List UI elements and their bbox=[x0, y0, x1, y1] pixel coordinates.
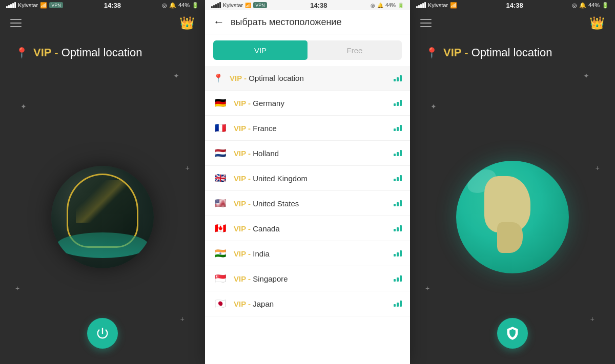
indicator-mid: ◎ bbox=[371, 3, 375, 8]
signal-bars-singapore bbox=[394, 275, 402, 282]
signal-icon-right bbox=[416, 2, 426, 8]
carrier-name: Kyivstar bbox=[18, 2, 38, 8]
battery-mid: 44% bbox=[385, 3, 396, 8]
right-status-left: Kyivstar 📶 bbox=[416, 2, 457, 9]
flag-india: 🇮🇳 bbox=[213, 248, 228, 259]
alarm-icon: 🔔 bbox=[169, 2, 176, 9]
flag-canada: 🇨🇦 bbox=[213, 223, 228, 233]
item-label-france: VIP - France bbox=[234, 124, 387, 133]
list-item-canada[interactable]: 🇨🇦 VIP - Canada bbox=[205, 216, 410, 241]
item-label-holland: VIP - Holland bbox=[234, 149, 387, 158]
list-item-singapore[interactable]: 🇸🇬 VIP - Singapore bbox=[205, 266, 410, 291]
middle-status-left: Kyivstar 📶 VPN bbox=[211, 2, 267, 8]
carrier-mid: Kyivstar bbox=[223, 2, 243, 8]
battery-level: 44% bbox=[178, 2, 190, 8]
signal-icon bbox=[6, 2, 16, 8]
vip-free-tabs: VIP Free bbox=[213, 40, 402, 60]
back-button[interactable]: ← bbox=[213, 16, 224, 28]
list-item-japan[interactable]: 🇯🇵 VIP - Japan bbox=[205, 291, 410, 316]
signal-bars-uk bbox=[394, 175, 402, 181]
item-label-singapore: VIP - Singapore bbox=[234, 274, 387, 283]
right-status-bar: Kyivstar 📶 14:38 ◎ 🔔 44% 🔋 bbox=[410, 0, 615, 10]
helmet bbox=[67, 174, 138, 248]
item-label-japan: VIP - Japan bbox=[234, 299, 387, 308]
list-item-optimal[interactable]: 📍 VIP - Optimal location bbox=[205, 66, 410, 91]
flag-uk: 🇬🇧 bbox=[213, 173, 228, 183]
menu-button[interactable] bbox=[10, 19, 22, 27]
menu-button-right[interactable] bbox=[420, 19, 432, 27]
wifi-icon-mid: 📶 bbox=[245, 3, 251, 8]
signal-bars-india bbox=[394, 250, 402, 256]
list-item-us[interactable]: 🇺🇸 VIP - United States bbox=[205, 191, 410, 216]
location-selector-panel: Kyivstar 📶 VPN 14:38 ◎ 🔔 44% 🔋 ← выбрать… bbox=[205, 0, 410, 364]
location-pin-icon-right: 📍 bbox=[425, 47, 438, 59]
signal-bars-optimal bbox=[394, 75, 402, 81]
right-panel-header: 👑 bbox=[410, 10, 615, 36]
item-label-uk: VIP - United Kingdom bbox=[234, 174, 387, 183]
vpn-badge: VPN bbox=[49, 2, 63, 8]
flag-japan: 🇯🇵 bbox=[213, 298, 228, 309]
time-right: 14:38 bbox=[506, 2, 523, 9]
list-item-france[interactable]: 🇫🇷 VIP - France bbox=[205, 116, 410, 141]
crown-icon-right[interactable]: 👑 bbox=[589, 16, 605, 30]
right-status-right: ◎ 🔔 44% 🔋 bbox=[572, 2, 609, 9]
tab-free[interactable]: Free bbox=[308, 40, 402, 60]
battery-icon-right: 🔋 bbox=[602, 2, 609, 9]
signal-bars-us bbox=[394, 200, 402, 206]
signal-bars-holland bbox=[394, 150, 402, 156]
globe-left bbox=[51, 166, 154, 268]
location-label-right: 📍 VIP - Optimal location bbox=[410, 36, 615, 70]
battery-icon-mid: 🔋 bbox=[398, 3, 404, 8]
status-left: Kyivstar 📶 VPN bbox=[6, 2, 63, 9]
location-label-left: 📍 VIP - Optimal location bbox=[0, 36, 205, 70]
location-text-right: VIP - Optimal location bbox=[443, 46, 552, 59]
signal-bars-canada bbox=[394, 225, 402, 231]
time-mid: 14:38 bbox=[310, 2, 327, 9]
pin-icon: 📍 bbox=[213, 73, 223, 83]
globe-right bbox=[456, 161, 569, 273]
tab-vip[interactable]: VIP bbox=[213, 40, 308, 60]
flag-holland: 🇳🇱 bbox=[213, 148, 228, 158]
alarm-right: 🔔 bbox=[579, 2, 586, 9]
battery-right: 44% bbox=[588, 2, 600, 8]
left-panel-header: 👑 bbox=[0, 10, 205, 36]
carrier-right: Kyivstar bbox=[428, 2, 448, 8]
alarm-mid: 🔔 bbox=[377, 3, 383, 8]
modal-header: ← выбрать местоположение bbox=[205, 10, 410, 34]
status-time: 14:38 bbox=[104, 2, 121, 9]
list-item-india[interactable]: 🇮🇳 VIP - India bbox=[205, 241, 410, 266]
item-label-canada: VIP - Canada bbox=[234, 224, 387, 233]
signal-bars-japan bbox=[394, 301, 402, 307]
left-panel: Kyivstar 📶 VPN 14:38 ◎ 🔔 44% 🔋 👑 📍 VIP -… bbox=[0, 0, 205, 364]
item-label-optimal: VIP - Optimal location bbox=[230, 74, 387, 82]
power-button[interactable] bbox=[87, 318, 118, 349]
wifi-icon: 📶 bbox=[40, 2, 47, 9]
signal-bars-germany bbox=[394, 100, 402, 106]
location-text-left: VIP - Optimal location bbox=[33, 46, 142, 59]
vip-prefix-left: VIP - bbox=[33, 46, 61, 59]
wifi-icon-right: 📶 bbox=[450, 2, 457, 9]
item-label-us: VIP - United States bbox=[234, 199, 387, 208]
continent-south bbox=[497, 222, 523, 253]
location-list: 📍 VIP - Optimal location 🇩🇪 VIP - German… bbox=[205, 66, 410, 364]
shield-button[interactable] bbox=[497, 318, 528, 349]
item-label-india: VIP - India bbox=[234, 249, 387, 258]
location-pin-icon: 📍 bbox=[15, 47, 28, 59]
list-item-uk[interactable]: 🇬🇧 VIP - United Kingdom bbox=[205, 166, 410, 191]
indicator-right: ◎ bbox=[572, 2, 577, 9]
status-right: ◎ 🔔 44% 🔋 bbox=[162, 2, 199, 9]
right-panel: Kyivstar 📶 14:38 ◎ 🔔 44% 🔋 👑 📍 VIP - Opt… bbox=[410, 0, 615, 364]
list-item-germany[interactable]: 🇩🇪 VIP - Germany bbox=[205, 91, 410, 116]
vpn-badge-mid: VPN bbox=[253, 2, 267, 8]
list-item-holland[interactable]: 🇳🇱 VIP - Holland bbox=[205, 141, 410, 166]
middle-status-right: ◎ 🔔 44% 🔋 bbox=[371, 3, 404, 8]
modal-title: выбрать местоположение bbox=[231, 17, 341, 28]
flag-france: 🇫🇷 bbox=[213, 123, 228, 133]
flag-germany: 🇩🇪 bbox=[213, 98, 228, 108]
power-icon bbox=[95, 326, 110, 340]
crown-icon[interactable]: 👑 bbox=[179, 16, 195, 30]
signal-bars-france bbox=[394, 125, 402, 131]
location-indicator: ◎ bbox=[162, 2, 167, 9]
battery-icon: 🔋 bbox=[192, 2, 199, 9]
vip-prefix-right: VIP - bbox=[443, 46, 471, 59]
